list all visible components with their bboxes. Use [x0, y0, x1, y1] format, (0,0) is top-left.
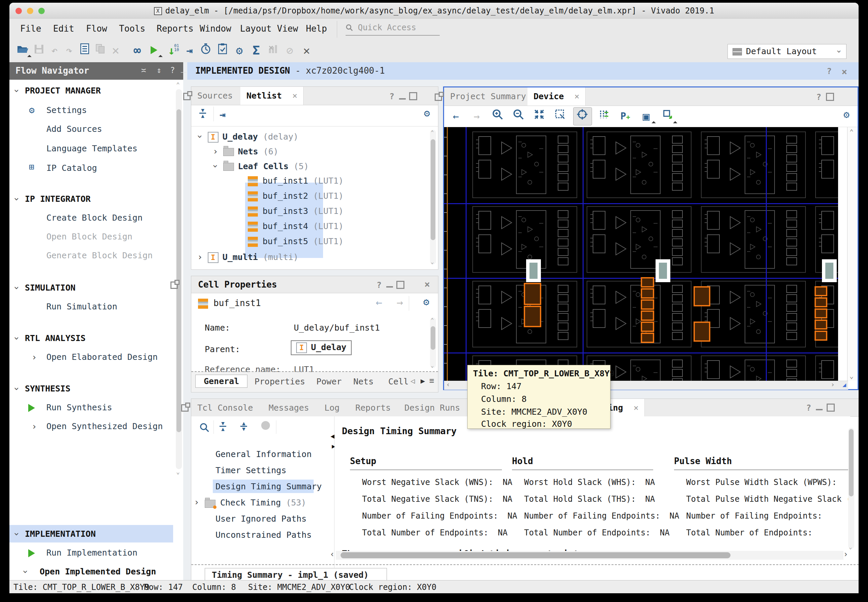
splitter-dashed[interactable] — [191, 564, 859, 565]
scroll-up-icon[interactable]: ⌃ — [850, 128, 854, 136]
help-icon[interactable]: ? — [170, 66, 175, 75]
sidebar-item-add-sources[interactable]: Add Sources — [46, 124, 102, 134]
zoom-selection-icon[interactable] — [552, 109, 569, 124]
run-button[interactable] — [147, 43, 161, 58]
nav-design-timing-summary[interactable]: Design Timing Summary — [215, 482, 322, 491]
gear-icon[interactable]: ⚙ — [424, 107, 430, 119]
maximize-icon[interactable] — [827, 404, 835, 412]
menu-layout[interactable]: Layout — [240, 23, 271, 34]
nav-general-information[interactable]: General Information — [215, 449, 311, 459]
tab-reports[interactable]: Reports — [349, 399, 397, 417]
sidebar-scrollbar[interactable]: ⌃ ⌄ — [176, 89, 182, 469]
tree-item-buf-inst1[interactable]: buf_inst1 (LUT1) — [248, 174, 344, 188]
netlist-scrollbar[interactable]: ⌃ ⌄ — [430, 130, 436, 264]
forward-arrow-icon[interactable]: → — [397, 296, 403, 309]
help-icon[interactable]: ? — [377, 280, 382, 290]
collapse-all-icon[interactable]: ≍ — [141, 66, 146, 75]
tree-item-buf-inst5[interactable]: buf_inst5 (LUT1) — [248, 234, 344, 249]
step-button[interactable]: ⇥ — [182, 43, 197, 58]
minimize-icon[interactable] — [399, 98, 406, 100]
sidebar-section-rtl-analysis[interactable]: RTL ANALYSIS — [25, 333, 86, 343]
sidebar-section-implementation[interactable]: IMPLEMENTATION — [25, 529, 96, 539]
tab-menu-icon[interactable]: ≡ — [429, 376, 434, 385]
menu-file[interactable]: File — [20, 23, 41, 34]
menu-window[interactable]: Window — [200, 23, 231, 34]
minimize-icon[interactable] — [816, 409, 823, 410]
open-project-button[interactable] — [15, 43, 30, 58]
sidebar-section-ip-integrator[interactable]: IP INTEGRATOR — [25, 194, 91, 204]
maximize-icon[interactable] — [409, 92, 417, 100]
menu-help[interactable]: Help — [306, 23, 327, 34]
tab-design-runs[interactable]: Design Runs — [398, 399, 466, 417]
timing-horizontal-scrollbar[interactable]: ‹ › — [336, 551, 843, 560]
collapse-all-icon[interactable]: ▼▲ — [219, 422, 226, 431]
layout-selector[interactable]: Default Layout › — [727, 44, 847, 59]
copy-button[interactable] — [93, 43, 107, 58]
sidebar-item-open-elaborated-design[interactable]: Open Elaborated Design — [46, 352, 158, 362]
sidebar-item-open-block-design[interactable]: Open Block Design — [46, 232, 132, 241]
tab-power[interactable]: Power — [316, 377, 342, 386]
find-button[interactable]: ∞ — [130, 43, 144, 58]
sidebar-item-open-synthesized-design[interactable]: Open Synthesized Design — [46, 421, 163, 431]
close-tab-icon[interactable]: × — [574, 92, 579, 101]
help-icon[interactable]: ? — [827, 66, 832, 76]
tab-netlist[interactable]: Netlist × — [240, 87, 304, 105]
tab-messages[interactable]: Messages — [262, 399, 315, 417]
forward-arrow-icon[interactable]: → — [468, 109, 485, 124]
scroll-right-icon[interactable]: › — [843, 550, 848, 559]
float-icon[interactable] — [170, 281, 178, 289]
close-tab-icon[interactable]: × — [292, 91, 297, 101]
window-view-icon[interactable]: ▣ — [638, 109, 655, 124]
undo-button[interactable]: ↶ — [47, 43, 62, 58]
help-icon[interactable]: ? — [806, 403, 811, 413]
cellprops-scrollbar[interactable]: ⌃ ⌄ — [430, 318, 436, 368]
zoom-fit-icon[interactable] — [531, 109, 547, 124]
collapse-all-icon[interactable]: ▼▲ — [199, 109, 206, 118]
close-icon[interactable]: × — [424, 279, 430, 290]
parent-chip[interactable]: IU_delay — [291, 340, 352, 355]
sidebar-item-settings[interactable]: Settings — [46, 105, 87, 115]
float-icon[interactable] — [435, 94, 442, 101]
settings-gear-button[interactable]: ⚙ — [232, 43, 247, 58]
tab-device[interactable]: Device × — [528, 88, 586, 106]
gear-icon[interactable]: ⚙ — [423, 296, 429, 308]
menu-edit[interactable]: Edit — [53, 23, 74, 34]
search-icon[interactable] — [199, 422, 209, 434]
nav-timer-settings[interactable]: Timer Settings — [215, 465, 287, 475]
tab-properties[interactable]: Properties — [255, 377, 305, 386]
tab-sources[interactable]: Sources — [191, 87, 239, 105]
sidebar-item-generate-block-design[interactable]: Generate Block Design — [46, 250, 153, 260]
help-icon[interactable]: ? — [816, 92, 821, 102]
pblock-icon[interactable]: P+ — [617, 109, 634, 124]
menu-tools[interactable]: Tools — [119, 23, 145, 34]
nav-check-timing[interactable]: Check Timing (53) — [220, 498, 306, 507]
device-canvas[interactable] — [444, 127, 838, 381]
timing-button[interactable] — [198, 43, 213, 58]
device-vertical-scrollbar[interactable]: ⌃ ⌄ — [847, 127, 857, 381]
sidebar-item-run-implementation[interactable]: Run Implementation — [46, 548, 138, 557]
minimize-icon[interactable] — [386, 286, 393, 287]
scroll-down-icon[interactable]: ⌄ — [850, 372, 854, 380]
autofit-selection-icon[interactable] — [659, 109, 676, 124]
report-button[interactable] — [77, 43, 92, 58]
timing-vertical-scrollbar[interactable]: ⌄ — [848, 428, 854, 549]
tree-item-buf-inst2[interactable]: buf_inst2 (LUT1) — [248, 189, 344, 203]
sidebar-section-project-manager[interactable]: PROJECT MANAGER — [25, 86, 101, 95]
maximize-icon[interactable] — [396, 281, 405, 289]
nav-user-ignored-paths[interactable]: User Ignored Paths — [215, 514, 307, 524]
nav-unconstrained-paths[interactable]: Unconstrained Paths — [215, 530, 311, 540]
tree-item-leaf-cells[interactable]: › Leaf Cells (5) — [213, 159, 308, 174]
close-icon[interactable]: × — [842, 66, 847, 77]
scroll-to-selected-icon[interactable]: ⇥ — [219, 109, 225, 120]
back-arrow-icon[interactable]: ← — [376, 296, 382, 309]
scroll-left-icon[interactable]: ‹ — [330, 550, 334, 559]
help-icon[interactable]: ? — [389, 92, 394, 101]
tab-tcl-console[interactable]: Tcl Console — [191, 399, 259, 417]
chart-disabled-button[interactable] — [265, 43, 281, 58]
scroll-down-icon[interactable]: ⌄ — [176, 468, 180, 475]
tab-log[interactable]: Log — [318, 399, 346, 417]
routing-resources-icon[interactable] — [596, 109, 613, 124]
tree-item-buf-inst3[interactable]: buf_inst3 (LUT1) — [248, 204, 344, 219]
sidebar-item-run-synthesis[interactable]: Run Synthesis — [46, 402, 112, 412]
expand-all-icon[interactable]: ▲▼ — [240, 422, 247, 431]
